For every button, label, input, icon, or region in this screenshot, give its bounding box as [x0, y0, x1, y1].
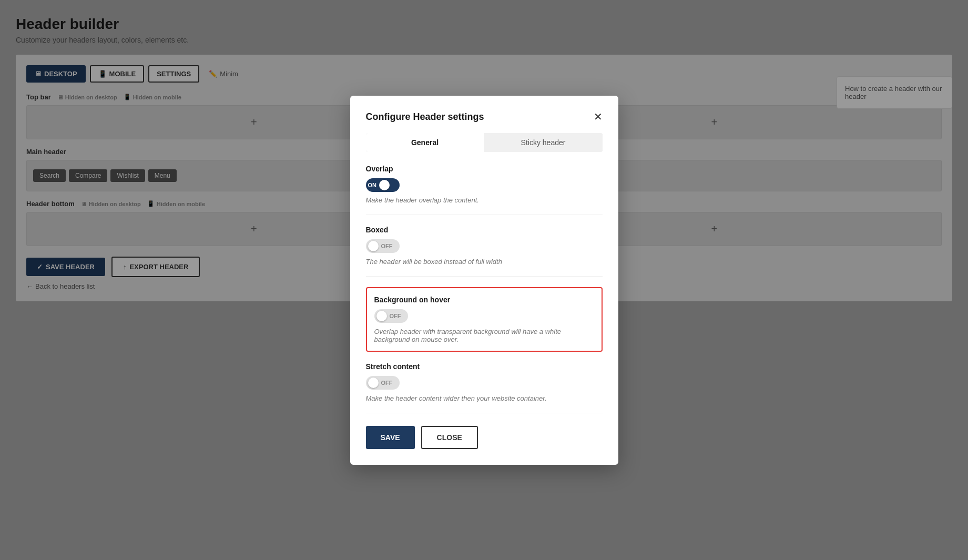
boxed-section: Boxed OFF The header will be boxed inste… [366, 226, 603, 277]
overlap-label: Overlap [366, 165, 603, 173]
background-on-hover-section: Background on hover OFF Overlap header w… [366, 287, 603, 352]
background-on-hover-label: Background on hover [374, 296, 594, 304]
boxed-toggle[interactable]: OFF [366, 239, 400, 253]
toggle-knob [379, 180, 390, 190]
background-on-hover-desc: Overlap header with transparent backgrou… [374, 328, 594, 343]
stretch-content-section: Stretch content OFF Make the header cont… [366, 362, 603, 413]
toggle-on-label: ON [368, 182, 377, 188]
stretch-content-toggle[interactable]: OFF [366, 376, 400, 390]
background-on-hover-toggle[interactable]: OFF [374, 309, 408, 323]
toggle-knob [368, 378, 379, 388]
modal-header: Configure Header settings ✕ [366, 111, 603, 123]
boxed-desc: The header will be boxed instead of full… [366, 258, 603, 266]
modal-tabs: General Sticky header [366, 133, 603, 152]
page-background: Header builder Customize your headers la… [0, 0, 968, 560]
overlap-toggle[interactable]: ON [366, 178, 400, 192]
toggle-off-label: OFF [390, 313, 401, 319]
boxed-label: Boxed [366, 226, 603, 234]
modal-close-x-button[interactable]: ✕ [594, 111, 603, 122]
overlap-desc: Make the header overlap the content. [366, 196, 603, 204]
stretch-content-desc: Make the header content wider then your … [366, 394, 603, 402]
modal-overlay: Configure Header settings ✕ General Stic… [0, 0, 968, 560]
toggle-knob [368, 241, 379, 251]
modal-footer: SAVE CLOSE [366, 426, 603, 449]
modal-title: Configure Header settings [366, 111, 484, 123]
configure-header-modal: Configure Header settings ✕ General Stic… [350, 96, 618, 465]
modal-save-button[interactable]: SAVE [366, 426, 415, 449]
stretch-content-label: Stretch content [366, 362, 603, 371]
toggle-off-label: OFF [381, 243, 393, 249]
modal-close-button[interactable]: CLOSE [421, 426, 478, 449]
overlap-section: Overlap ON Make the header overlap the c… [366, 165, 603, 215]
toggle-knob [376, 311, 387, 321]
toggle-off-label: OFF [381, 380, 393, 386]
tab-general-label: General [411, 138, 439, 147]
tab-general[interactable]: General [366, 133, 484, 152]
tab-sticky-header-label: Sticky header [521, 138, 566, 147]
tab-sticky-header[interactable]: Sticky header [484, 133, 603, 152]
